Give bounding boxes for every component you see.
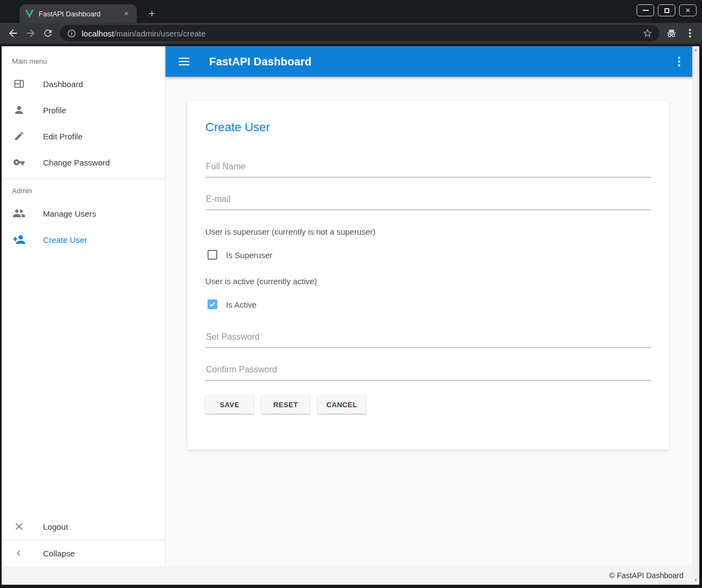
tab-close-icon[interactable]: ✕ (121, 9, 131, 19)
incognito-icon (665, 27, 678, 40)
bookmark-star-icon[interactable] (641, 27, 654, 40)
pencil-icon (13, 130, 26, 143)
set-password-field[interactable] (205, 332, 651, 348)
reload-icon (42, 28, 53, 39)
sidebar: Main menu Dashboard Profile (2, 46, 166, 566)
url-host: localhost (82, 29, 114, 38)
forward-button[interactable] (22, 24, 39, 42)
sidebar-item-label: Change Password (43, 158, 110, 167)
sidebar-item-edit-profile[interactable]: Edit Profile (2, 123, 165, 149)
sidebar-item-label: Edit Profile (43, 132, 83, 141)
sidebar-bottom: Logout Collapse (2, 513, 165, 566)
browser-menu-button[interactable] (686, 26, 694, 41)
window-maximize-button[interactable] (658, 4, 675, 16)
browser-chrome: FastAPI Dashboard ✕ + ✕ localhost/main/a… (0, 0, 702, 46)
sidebar-item-create-user[interactable]: Create User (2, 226, 165, 253)
window-controls: ✕ (637, 4, 697, 16)
reload-button[interactable] (39, 24, 57, 42)
save-button[interactable]: SAVE (205, 395, 254, 414)
maximize-icon (664, 8, 669, 13)
sidebar-section-main-menu: Main menu (2, 46, 165, 71)
key-icon (13, 156, 26, 169)
sidebar-item-change-password[interactable]: Change Password (2, 149, 165, 175)
sidebar-item-logout[interactable]: Logout (2, 513, 165, 540)
url-path: /main/admin/users/create (114, 29, 205, 38)
active-checkbox-label: Is Active (226, 300, 257, 309)
sidebar-item-profile[interactable]: Profile (2, 97, 165, 123)
page-scrollbar[interactable]: ▲ ▼ (692, 46, 699, 585)
people-icon (13, 207, 26, 220)
minimize-icon (643, 10, 649, 11)
url-text[interactable]: localhost/main/admin/users/create (82, 29, 206, 38)
full-name-field[interactable] (205, 162, 651, 177)
sidebar-item-label: Profile (43, 106, 66, 115)
back-button[interactable] (4, 24, 22, 42)
active-hint: User is active (currently active) (205, 277, 651, 286)
sidebar-item-label: Create User (43, 235, 87, 244)
back-arrow-icon (7, 27, 19, 39)
sidebar-item-manage-users[interactable]: Manage Users (2, 200, 165, 226)
app-header: FastAPI Dashboard (166, 46, 692, 77)
sidebar-item-collapse[interactable]: Collapse (2, 540, 165, 566)
superuser-checkbox-row: Is Superuser (205, 250, 651, 260)
dashboard-icon (13, 77, 26, 90)
browser-tab[interactable]: FastAPI Dashboard ✕ (20, 4, 137, 23)
superuser-checkbox[interactable] (207, 250, 217, 260)
address-bar[interactable]: localhost/main/admin/users/create (60, 25, 660, 41)
scroll-down-icon[interactable]: ▼ (694, 578, 698, 583)
vue-logo-icon (25, 9, 34, 18)
superuser-hint: User is superuser (currently is not a su… (205, 227, 651, 236)
checkmark-icon (209, 301, 216, 308)
page: Main menu Dashboard Profile (2, 46, 699, 585)
main-area: FastAPI Dashboard Create User User is su… (166, 46, 692, 566)
sidebar-item-label: Manage Users (43, 209, 96, 218)
browser-toolbar: localhost/main/admin/users/create (0, 23, 702, 44)
content-area: Create User User is superuser (currently… (166, 77, 692, 566)
sidebar-item-label: Logout (43, 522, 68, 531)
sidebar-section-admin: Admin (2, 182, 165, 200)
cancel-button[interactable]: CANCEL (318, 395, 366, 414)
person-icon (13, 103, 26, 117)
create-user-card: Create User User is superuser (currently… (187, 100, 669, 450)
active-checkbox[interactable] (207, 299, 217, 309)
chevron-left-icon (13, 547, 26, 560)
reset-button[interactable]: RESET (261, 395, 310, 414)
site-info-icon[interactable] (66, 28, 76, 38)
close-icon: ✕ (685, 7, 691, 14)
tab-strip: FastAPI Dashboard ✕ + ✕ (0, 0, 702, 23)
header-menu-button[interactable] (675, 53, 683, 70)
active-checkbox-row: Is Active (205, 299, 651, 309)
forward-arrow-icon (25, 27, 36, 39)
superuser-checkbox-label: Is Superuser (226, 250, 272, 260)
app-title: FastAPI Dashboard (209, 56, 312, 68)
tab-title: FastAPI Dashboard (39, 10, 121, 18)
copyright-text: © FastAPI Dashboard (609, 571, 683, 580)
toolbar-right (665, 26, 694, 41)
sidebar-divider (2, 179, 165, 179)
page-title: Create User (205, 100, 651, 134)
window-close-button[interactable]: ✕ (679, 4, 697, 16)
hamburger-menu-button[interactable] (179, 55, 192, 68)
confirm-password-field[interactable] (205, 365, 651, 381)
logout-x-icon (13, 520, 26, 533)
sidebar-item-label: Collapse (43, 549, 75, 558)
footer: © FastAPI Dashboard (2, 566, 692, 585)
new-tab-button[interactable]: + (144, 6, 160, 21)
person-add-icon (13, 233, 26, 246)
sidebar-item-dashboard[interactable]: Dashboard (2, 71, 165, 97)
window-minimize-button[interactable] (637, 4, 654, 16)
sidebar-item-label: Dashboard (43, 79, 83, 89)
form-actions: SAVE RESET CANCEL (205, 395, 651, 414)
scroll-up-icon[interactable]: ▲ (694, 48, 698, 52)
email-field[interactable] (205, 194, 651, 210)
